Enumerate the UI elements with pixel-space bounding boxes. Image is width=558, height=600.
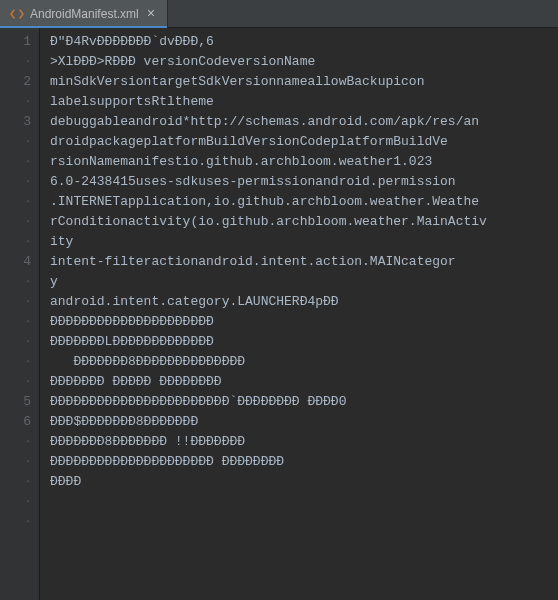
- gutter-line: ·: [0, 432, 31, 452]
- file-tab[interactable]: AndroidManifest.xml ×: [0, 0, 168, 27]
- code-line: debuggableandroid*http://schemas.android…: [50, 112, 558, 132]
- code-line: Ð"Ð4RvÐÐÐÐÐÐÐ`dvÐÐÐ,6: [50, 32, 558, 52]
- gutter-line: ·: [0, 272, 31, 292]
- code-line: ÐÐÐ$ÐÐÐÐÐÐÐ8ÐÐÐÐÐÐÐ: [50, 412, 558, 432]
- tab-filename: AndroidManifest.xml: [30, 7, 139, 21]
- code-line: rsionNamemanifestio.github.archbloom.wea…: [50, 152, 558, 172]
- gutter-line: ·: [0, 472, 31, 492]
- gutter-line: ·: [0, 512, 31, 532]
- tab-bar: AndroidManifest.xml ×: [0, 0, 558, 28]
- gutter-line: ·: [0, 192, 31, 212]
- close-icon[interactable]: ×: [145, 7, 157, 21]
- code-line: android.intent.category.LAUNCHERÐ4pÐÐ: [50, 292, 558, 312]
- gutter-line: ·: [0, 332, 31, 352]
- code-line: [50, 492, 558, 512]
- gutter-line: ·: [0, 352, 31, 372]
- gutter-line: 5: [0, 392, 31, 412]
- code-line: minSdkVersiontargetSdkVersionnameallowBa…: [50, 72, 558, 92]
- gutter-line: ·: [0, 452, 31, 472]
- code-line: ÐÐÐÐÐÐÐLÐÐÐÐÐÐÐÐÐÐÐÐÐ: [50, 332, 558, 352]
- code-line: ÐÐÐÐÐÐÐÐÐÐÐÐÐÐÐÐÐÐÐÐÐ: [50, 312, 558, 332]
- gutter-line: ·: [0, 212, 31, 232]
- gutter-line: ·: [0, 172, 31, 192]
- code-line: rConditionactivity(io.github.archbloom.w…: [50, 212, 558, 232]
- gutter-line: ·: [0, 152, 31, 172]
- gutter-line: ·: [0, 52, 31, 72]
- code-line: ÐÐÐÐÐÐÐÐÐÐÐÐÐÐÐÐÐÐÐÐÐÐÐ`ÐÐÐÐÐÐÐÐ ÐÐÐÐ0: [50, 392, 558, 412]
- code-line: ity: [50, 232, 558, 252]
- gutter-line: ·: [0, 132, 31, 152]
- editor-pane: 1·2·3······4······56····· Ð"Ð4RvÐÐÐÐÐÐÐ`…: [0, 28, 558, 600]
- code-line: >XlÐÐÐ>RÐÐÐ versionCodeversionName: [50, 52, 558, 72]
- gutter-line: ·: [0, 92, 31, 112]
- gutter-line: ·: [0, 232, 31, 252]
- gutter-line: ·: [0, 372, 31, 392]
- gutter-line: 1: [0, 32, 31, 52]
- gutter-line: ·: [0, 492, 31, 512]
- gutter-line: 3: [0, 112, 31, 132]
- gutter-line: 6: [0, 412, 31, 432]
- gutter-line: ·: [0, 292, 31, 312]
- code-line: .INTERNETapplication,io.github.archbloom…: [50, 192, 558, 212]
- gutter-line: 4: [0, 252, 31, 272]
- code-line: y: [50, 272, 558, 292]
- code-line: intent-filteractionandroid.intent.action…: [50, 252, 558, 272]
- code-line: ÐÐÐÐÐÐÐ8ÐÐÐÐÐÐÐ !!ÐÐÐÐÐÐÐ: [50, 432, 558, 452]
- xml-file-icon: [10, 7, 24, 21]
- gutter-line: 2: [0, 72, 31, 92]
- line-number-gutter: 1·2·3······4······56·····: [0, 28, 40, 600]
- code-line: ÐÐÐÐ: [50, 472, 558, 492]
- gutter-line: ·: [0, 312, 31, 332]
- code-line: 6.0-2438415uses-sdkuses-permissionandroi…: [50, 172, 558, 192]
- code-line: labelsupportsRtltheme: [50, 92, 558, 112]
- code-line: ÐÐÐÐÐÐÐÐÐÐÐÐÐÐÐÐÐÐÐÐÐ ÐÐÐÐÐÐÐÐ: [50, 452, 558, 472]
- code-area[interactable]: Ð"Ð4RvÐÐÐÐÐÐÐ`dvÐÐÐ,6>XlÐÐÐ>RÐÐÐ version…: [40, 28, 558, 600]
- code-line: droidpackageplatformBuildVersionCodeplat…: [50, 132, 558, 152]
- code-line: [50, 512, 558, 532]
- code-line: ÐÐÐÐÐÐÐ ÐÐÐÐÐ ÐÐÐÐÐÐÐÐ: [50, 372, 558, 392]
- code-line: ÐÐÐÐÐÐÐ8ÐÐÐÐÐÐÐÐÐÐÐÐÐÐ: [50, 352, 558, 372]
